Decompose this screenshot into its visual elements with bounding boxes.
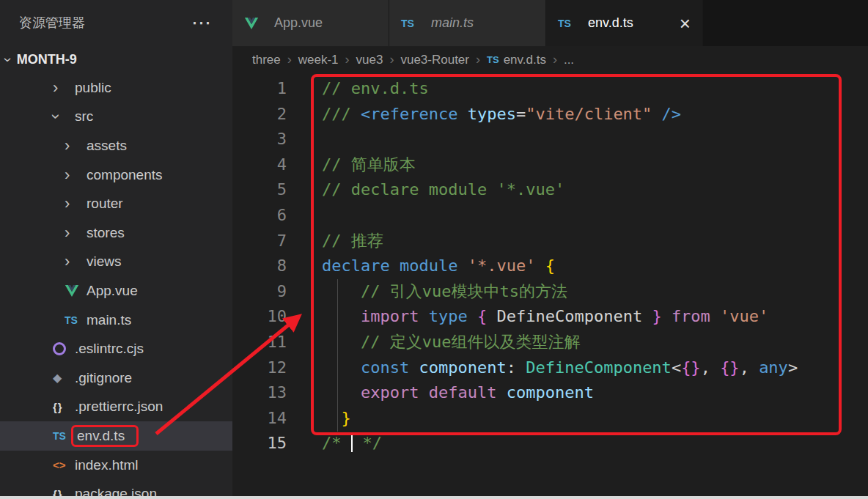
typescript-icon: TS (487, 54, 499, 65)
vue-icon (244, 17, 265, 30)
code-line-10[interactable]: import type { DefineComponent } from 'vu… (322, 304, 868, 330)
breadcrumb-item-...[interactable]: ... (564, 53, 574, 67)
breadcrumb-item-vue3-Router[interactable]: vue3-Router (400, 53, 469, 67)
file-label: .gitignore (75, 370, 132, 386)
file-tree: ›public›src›assets›components›router›sto… (0, 73, 232, 499)
tree-item-assets[interactable]: ›assets (0, 131, 232, 160)
file-label: index.html (75, 457, 139, 473)
explorer-header: 资源管理器 ⋯ (0, 0, 232, 45)
section-label: MONTH-9 (17, 52, 77, 67)
code-line-7[interactable]: // 推荐 (322, 229, 868, 254)
tree-item-App.vue[interactable]: App.vue (0, 276, 232, 306)
code-line-13[interactable]: export default component (322, 380, 868, 406)
window-bottom-edge (0, 496, 868, 499)
breadcrumb-item-three[interactable]: three (252, 53, 281, 67)
indent-guide (337, 279, 338, 432)
tab-bar: App.vueTSmain.tsTSenv.d.ts× (232, 0, 868, 46)
tree-item-env.d.ts[interactable]: TSenv.d.ts (0, 421, 232, 451)
code-line-1[interactable]: // env.d.ts (322, 76, 868, 102)
chevron-right-icon: › (65, 167, 70, 183)
tree-item-index.html[interactable]: <>index.html (0, 451, 232, 480)
tab-main.ts[interactable]: TSmain.ts (389, 0, 546, 46)
git-icon: ◆ (53, 371, 73, 385)
html-icon: <> (53, 459, 73, 471)
file-label: router (87, 196, 123, 212)
breadcrumb: three›week-1›vue3›vue3-Router›TSenv.d.ts… (232, 46, 868, 73)
chevron-right-icon: › (65, 225, 70, 241)
code-line-6[interactable] (322, 203, 868, 229)
breadcrumb-label: vue3 (356, 53, 383, 67)
tree-item-.gitignore[interactable]: ◆.gitignore (0, 363, 232, 393)
breadcrumb-separator-icon: › (345, 52, 350, 67)
line-number: 15 (232, 431, 287, 457)
chevron-right-icon: › (65, 254, 70, 270)
code-line-9[interactable]: // 引入vue模块中ts的方法 (322, 279, 868, 305)
chevron-right-icon: › (65, 196, 70, 212)
tree-item-.eslintrc.cjs[interactable]: .eslintrc.cjs (0, 334, 232, 363)
file-label: views (87, 254, 122, 270)
tree-item-stores[interactable]: ›stores (0, 218, 232, 248)
tree-item-main.ts[interactable]: TSmain.ts (0, 306, 232, 335)
file-label: App.vue (87, 283, 138, 299)
chevron-right-icon: › (53, 80, 58, 96)
tree-item-public[interactable]: ›public (0, 73, 232, 103)
file-label: stores (87, 225, 125, 241)
explorer-title: 资源管理器 (19, 14, 191, 32)
code-line-15[interactable]: /* */ (322, 431, 868, 457)
file-label: .eslintrc.cjs (75, 341, 144, 357)
tab-label: main.ts (431, 15, 474, 31)
typescript-icon: TS (401, 18, 422, 29)
code-line-2[interactable]: /// <reference types="vite/client" /> (322, 102, 868, 127)
breadcrumb-item-env.d.ts[interactable]: TSenv.d.ts (487, 53, 546, 67)
chevron-down-icon: › (48, 114, 64, 119)
line-number: 10 (232, 304, 287, 330)
code-line-5[interactable]: // declare module '*.vue' (322, 177, 868, 203)
breadcrumb-separator-icon: › (287, 52, 292, 67)
line-number: 9 (232, 279, 287, 305)
typescript-icon: TS (558, 18, 578, 29)
line-number: 11 (232, 330, 287, 355)
breadcrumb-separator-icon: › (476, 52, 480, 67)
eslint-icon (53, 342, 73, 355)
breadcrumb-label: three (252, 53, 281, 67)
chevron-right-icon: › (65, 138, 70, 154)
line-number: 8 (232, 254, 287, 279)
chevron-down-icon: › (0, 57, 17, 62)
breadcrumb-separator-icon: › (389, 52, 394, 67)
code-line-14[interactable]: } (322, 406, 868, 432)
tree-item-views[interactable]: ›views (0, 248, 232, 277)
file-label: assets (87, 138, 127, 154)
close-icon[interactable]: × (680, 14, 691, 33)
code-line-11[interactable]: // 定义vue组件以及类型注解 (322, 330, 868, 355)
code-line-4[interactable]: // 简单版本 (322, 152, 868, 178)
tab-label: App.vue (274, 15, 323, 31)
breadcrumb-separator-icon: › (553, 52, 557, 67)
line-number: 7 (232, 229, 287, 254)
code-line-8[interactable]: declare module '*.vue' { (322, 254, 868, 279)
more-actions-icon[interactable]: ⋯ (191, 13, 213, 33)
file-label: public (75, 80, 111, 96)
breadcrumb-label: env.d.ts (504, 53, 546, 67)
code-line-12[interactable]: const component: DefineComponent<{}, {},… (322, 355, 868, 381)
tab-env.d.ts[interactable]: TSenv.d.ts× (546, 0, 703, 46)
tree-item-router[interactable]: ›router (0, 189, 232, 218)
code-line-3[interactable] (322, 127, 868, 152)
tree-item-src[interactable]: ›src (0, 103, 232, 132)
section-header-month-9[interactable]: › MONTH-9 (0, 45, 232, 73)
breadcrumb-label: vue3-Router (400, 53, 469, 67)
line-number: 4 (232, 152, 287, 178)
json-icon: {} (53, 401, 73, 413)
tree-item-components[interactable]: ›components (0, 160, 232, 190)
breadcrumb-item-week-1[interactable]: week-1 (298, 53, 339, 67)
explorer-sidebar: 资源管理器 ⋯ › MONTH-9 ›public›src›assets›com… (0, 0, 232, 499)
tab-App.vue[interactable]: App.vue (232, 0, 389, 46)
line-number: 12 (232, 355, 287, 381)
file-label: .prettierrc.json (75, 399, 163, 415)
file-label: main.ts (87, 312, 131, 328)
breadcrumb-item-vue3[interactable]: vue3 (356, 53, 383, 67)
vue-icon (65, 284, 85, 297)
line-number: 3 (232, 127, 287, 152)
file-label: env.d.ts (71, 425, 139, 447)
tree-item-.prettierrc.json[interactable]: {}.prettierrc.json (0, 393, 232, 422)
file-label: src (75, 108, 93, 125)
